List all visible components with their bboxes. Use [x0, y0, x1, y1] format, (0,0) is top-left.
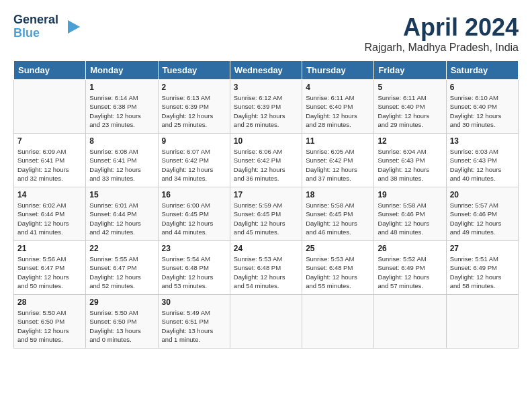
week-row-3: 14Sunrise: 6:02 AM Sunset: 6:44 PM Dayli…: [14, 187, 519, 241]
calendar-cell: 23Sunrise: 5:54 AM Sunset: 6:48 PM Dayli…: [158, 241, 230, 295]
title-block: April 2024 Rajgarh, Madhya Pradesh, Indi…: [365, 13, 519, 54]
header-sunday: Sunday: [14, 61, 86, 80]
subtitle: Rajgarh, Madhya Pradesh, India: [365, 42, 519, 54]
day-detail: Sunrise: 6:08 AM Sunset: 6:41 PM Dayligh…: [89, 147, 154, 183]
day-number: 4: [306, 83, 370, 92]
day-detail: Sunrise: 6:04 AM Sunset: 6:43 PM Dayligh…: [378, 147, 442, 183]
day-number: 7: [17, 136, 82, 146]
week-row-2: 7Sunrise: 6:09 AM Sunset: 6:41 PM Daylig…: [14, 134, 519, 187]
calendar-cell: 24Sunrise: 5:53 AM Sunset: 6:48 PM Dayli…: [230, 241, 302, 295]
day-detail: Sunrise: 6:01 AM Sunset: 6:44 PM Dayligh…: [89, 201, 154, 236]
day-detail: Sunrise: 6:03 AM Sunset: 6:43 PM Dayligh…: [450, 147, 515, 183]
day-number: 12: [378, 136, 442, 146]
calendar-cell: 29Sunrise: 5:50 AM Sunset: 6:50 PM Dayli…: [86, 295, 158, 349]
page-header: GeneralBlue April 2024 Rajgarh, Madhya P…: [13, 13, 519, 54]
day-number: 19: [378, 190, 442, 199]
day-detail: Sunrise: 6:05 AM Sunset: 6:42 PM Dayligh…: [306, 147, 370, 183]
day-number: 24: [234, 244, 298, 253]
calendar-cell: 11Sunrise: 6:05 AM Sunset: 6:42 PM Dayli…: [302, 134, 374, 187]
header-wednesday: Wednesday: [230, 61, 302, 80]
day-number: 1: [89, 83, 154, 92]
day-detail: Sunrise: 6:02 AM Sunset: 6:44 PM Dayligh…: [17, 201, 82, 236]
calendar-cell: 14Sunrise: 6:02 AM Sunset: 6:44 PM Dayli…: [14, 187, 86, 241]
day-number: 17: [234, 190, 298, 199]
day-number: 22: [89, 244, 154, 253]
day-detail: Sunrise: 6:07 AM Sunset: 6:42 PM Dayligh…: [162, 147, 226, 183]
calendar-cell: 6Sunrise: 6:10 AM Sunset: 6:40 PM Daylig…: [446, 80, 518, 134]
calendar-cell: 21Sunrise: 5:56 AM Sunset: 6:47 PM Dayli…: [14, 241, 86, 295]
logo-text: GeneralBlue: [13, 13, 58, 40]
day-number: 9: [162, 136, 226, 146]
logo: GeneralBlue: [13, 13, 81, 40]
calendar-body: 1Sunrise: 6:14 AM Sunset: 6:38 PM Daylig…: [14, 80, 519, 349]
day-number: 5: [378, 83, 442, 92]
day-detail: Sunrise: 6:12 AM Sunset: 6:39 PM Dayligh…: [234, 93, 298, 129]
calendar-cell: 30Sunrise: 5:49 AM Sunset: 6:51 PM Dayli…: [158, 295, 230, 349]
header-tuesday: Tuesday: [158, 61, 230, 80]
day-detail: Sunrise: 6:14 AM Sunset: 6:38 PM Dayligh…: [89, 93, 154, 129]
day-number: 25: [306, 244, 370, 253]
calendar-cell: 1Sunrise: 6:14 AM Sunset: 6:38 PM Daylig…: [86, 80, 158, 134]
header-thursday: Thursday: [302, 61, 374, 80]
day-number: 8: [89, 136, 154, 146]
logo-icon: [61, 17, 81, 37]
day-number: 23: [162, 244, 226, 253]
calendar-cell: [374, 295, 446, 349]
calendar-cell: [14, 80, 86, 134]
week-row-5: 28Sunrise: 5:50 AM Sunset: 6:50 PM Dayli…: [14, 295, 519, 349]
day-number: 13: [450, 136, 515, 146]
calendar-cell: 15Sunrise: 6:01 AM Sunset: 6:44 PM Dayli…: [86, 187, 158, 241]
calendar-cell: 9Sunrise: 6:07 AM Sunset: 6:42 PM Daylig…: [158, 134, 230, 187]
month-title: April 2024: [365, 13, 519, 42]
calendar-cell: 5Sunrise: 6:11 AM Sunset: 6:40 PM Daylig…: [374, 80, 446, 134]
header-friday: Friday: [374, 61, 446, 80]
calendar-cell: 8Sunrise: 6:08 AM Sunset: 6:41 PM Daylig…: [86, 134, 158, 187]
day-detail: Sunrise: 5:59 AM Sunset: 6:45 PM Dayligh…: [234, 201, 298, 236]
calendar-cell: 13Sunrise: 6:03 AM Sunset: 6:43 PM Dayli…: [446, 134, 518, 187]
day-detail: Sunrise: 5:56 AM Sunset: 6:47 PM Dayligh…: [17, 255, 82, 290]
day-detail: Sunrise: 5:49 AM Sunset: 6:51 PM Dayligh…: [162, 308, 226, 344]
day-detail: Sunrise: 5:53 AM Sunset: 6:48 PM Dayligh…: [234, 255, 298, 290]
day-detail: Sunrise: 5:54 AM Sunset: 6:48 PM Dayligh…: [162, 255, 226, 290]
calendar-cell: 3Sunrise: 6:12 AM Sunset: 6:39 PM Daylig…: [230, 80, 302, 134]
day-number: 21: [17, 244, 82, 253]
calendar-cell: 10Sunrise: 6:06 AM Sunset: 6:42 PM Dayli…: [230, 134, 302, 187]
calendar-cell: 26Sunrise: 5:52 AM Sunset: 6:49 PM Dayli…: [374, 241, 446, 295]
calendar-cell: 4Sunrise: 6:11 AM Sunset: 6:40 PM Daylig…: [302, 80, 374, 134]
calendar-cell: 19Sunrise: 5:58 AM Sunset: 6:46 PM Dayli…: [374, 187, 446, 241]
week-row-4: 21Sunrise: 5:56 AM Sunset: 6:47 PM Dayli…: [14, 241, 519, 295]
day-number: 30: [162, 298, 226, 307]
calendar-cell: [302, 295, 374, 349]
day-detail: Sunrise: 5:58 AM Sunset: 6:45 PM Dayligh…: [306, 201, 370, 236]
day-number: 6: [450, 83, 515, 92]
calendar-cell: 22Sunrise: 5:55 AM Sunset: 6:47 PM Dayli…: [86, 241, 158, 295]
calendar-header-row: SundayMondayTuesdayWednesdayThursdayFrid…: [14, 61, 519, 80]
day-number: 29: [89, 298, 154, 307]
calendar-cell: [446, 295, 518, 349]
day-detail: Sunrise: 6:06 AM Sunset: 6:42 PM Dayligh…: [234, 147, 298, 183]
calendar-cell: 25Sunrise: 5:53 AM Sunset: 6:48 PM Dayli…: [302, 241, 374, 295]
calendar-cell: 2Sunrise: 6:13 AM Sunset: 6:39 PM Daylig…: [158, 80, 230, 134]
day-detail: Sunrise: 5:50 AM Sunset: 6:50 PM Dayligh…: [17, 308, 82, 344]
calendar-cell: 20Sunrise: 5:57 AM Sunset: 6:46 PM Dayli…: [446, 187, 518, 241]
calendar-cell: [230, 295, 302, 349]
calendar-cell: 7Sunrise: 6:09 AM Sunset: 6:41 PM Daylig…: [14, 134, 86, 187]
day-detail: Sunrise: 6:10 AM Sunset: 6:40 PM Dayligh…: [450, 93, 515, 129]
day-detail: Sunrise: 6:13 AM Sunset: 6:39 PM Dayligh…: [162, 93, 226, 129]
day-number: 27: [450, 244, 515, 253]
day-number: 20: [450, 190, 515, 199]
day-detail: Sunrise: 5:50 AM Sunset: 6:50 PM Dayligh…: [89, 308, 154, 344]
day-number: 14: [17, 190, 82, 199]
calendar-cell: 16Sunrise: 6:00 AM Sunset: 6:45 PM Dayli…: [158, 187, 230, 241]
header-monday: Monday: [86, 61, 158, 80]
day-detail: Sunrise: 6:09 AM Sunset: 6:41 PM Dayligh…: [17, 147, 82, 183]
day-number: 26: [378, 244, 442, 253]
calendar-table: SundayMondayTuesdayWednesdayThursdayFrid…: [13, 60, 519, 349]
day-number: 3: [234, 83, 298, 92]
svg-marker-0: [68, 20, 80, 34]
calendar-cell: 27Sunrise: 5:51 AM Sunset: 6:49 PM Dayli…: [446, 241, 518, 295]
day-detail: Sunrise: 5:52 AM Sunset: 6:49 PM Dayligh…: [378, 255, 442, 290]
day-detail: Sunrise: 6:11 AM Sunset: 6:40 PM Dayligh…: [378, 93, 442, 129]
day-detail: Sunrise: 5:55 AM Sunset: 6:47 PM Dayligh…: [89, 255, 154, 290]
day-detail: Sunrise: 5:58 AM Sunset: 6:46 PM Dayligh…: [378, 201, 442, 236]
